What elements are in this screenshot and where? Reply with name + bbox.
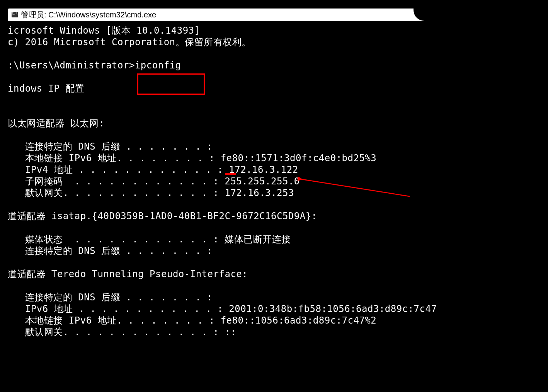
prompt-path: :\Users\Administrator>	[8, 60, 135, 71]
isatap-media-label: 媒体状态 . . . . . . . . . . . . :	[8, 234, 225, 245]
titlebar-text: 管理员: C:\Windows\system32\cmd.exe	[21, 10, 156, 20]
teredo-gateway-label: 默认网关. . . . . . . . . . . . . : ::	[8, 327, 236, 337]
isatap-media-value: 媒体已断开连接	[225, 234, 291, 245]
eth-ipv6-ll-value: fe80::1571:3d0f:c4e0:bd25%3	[221, 153, 377, 164]
eth-gateway-value: 172.16.3.253	[225, 187, 294, 198]
ipconfig-header: indows IP 配置	[8, 83, 85, 94]
adapter-isatap-header: 道适配器 isatap.{40D0359B-1AD0-40B1-BF2C-967…	[8, 211, 317, 222]
teredo-ipv6-ll-value: fe80::1056:6ad3:d89c:7c47%2	[221, 315, 377, 326]
isatap-dns-label: 连接特定的 DNS 后缀 . . . . . . . :	[8, 245, 213, 256]
eth-subnet-label: 子网掩码 . . . . . . . . . . . . :	[8, 176, 225, 187]
adapter-teredo-header: 道适配器 Teredo Tunneling Pseudo-Interface:	[8, 269, 248, 280]
teredo-dns-label: 连接特定的 DNS 后缀 . . . . . . . :	[8, 292, 213, 303]
prompt-command: ipconfig	[135, 60, 181, 71]
eth-ipv4-value: 172.16.3.122	[229, 164, 298, 175]
line-copyright: c) 2016 Microsoft Corporation。保留所有权利。	[8, 37, 251, 48]
teredo-ipv6-ll-label: 本地链接 IPv6 地址. . . . . . . . :	[8, 315, 221, 326]
eth-ipv6-ll-label: 本地链接 IPv6 地址. . . . . . . . :	[8, 153, 221, 164]
cmd-icon	[12, 12, 18, 17]
teredo-ipv6-label: IPv6 地址 . . . . . . . . . . . . :	[8, 303, 229, 314]
cmd-window: 管理员: C:\Windows\system32\cmd.exe icrosof…	[8, 9, 499, 353]
annotation-underline	[225, 173, 236, 175]
eth-dns-suffix: 连接特定的 DNS 后缀 . . . . . . . :	[8, 141, 213, 152]
eth-ipv4-label: IPv4 地址 . . . . . . . . . . . . :	[8, 164, 229, 175]
adapter-eth-header: 以太网适配器 以太网:	[8, 118, 104, 129]
titlebar[interactable]: 管理员: C:\Windows\system32\cmd.exe	[8, 9, 499, 21]
eth-subnet-value: 255.255.255.0	[225, 176, 300, 187]
eth-gateway-label: 默认网关. . . . . . . . . . . . . :	[8, 187, 225, 198]
teredo-ipv6-value: 2001:0:348b:fb58:1056:6ad3:d89c:7c47	[229, 303, 437, 314]
terminal-output[interactable]: icrosoft Windows [版本 10.0.14393] c) 2016…	[8, 21, 499, 338]
line-version: icrosoft Windows [版本 10.0.14393]	[8, 25, 200, 36]
